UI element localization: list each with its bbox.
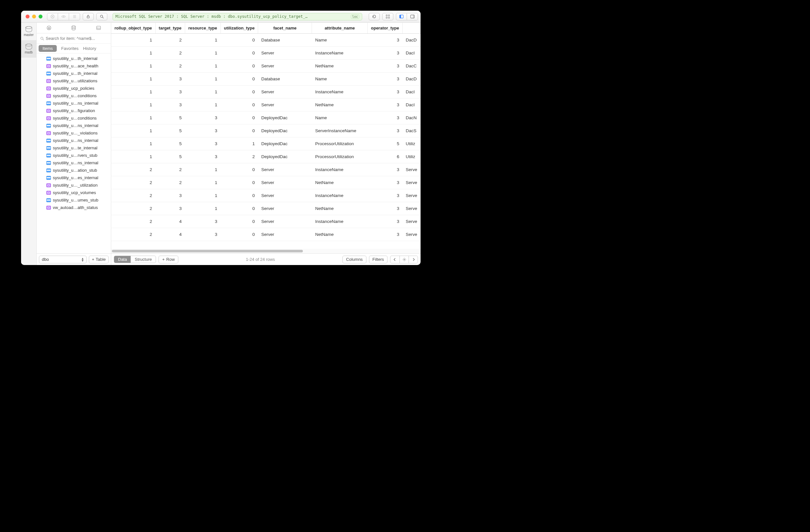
cell-extra[interactable]: Serve bbox=[402, 215, 420, 228]
cell-rollup_object_type[interactable]: 2 bbox=[111, 202, 155, 215]
cell-utilization_type[interactable]: 0 bbox=[221, 215, 258, 228]
filters-button[interactable]: Filters bbox=[369, 256, 388, 263]
stop-button[interactable] bbox=[47, 13, 58, 20]
tree-item[interactable]: sysutility_u…te_internal bbox=[37, 144, 111, 152]
column-header-attribute_name[interactable]: attribute_name bbox=[312, 23, 368, 33]
tree-item[interactable]: sysutility_u…ace_health bbox=[37, 62, 111, 70]
cell-utilization_type[interactable]: 0 bbox=[221, 33, 258, 46]
cell-rollup_object_type[interactable]: 1 bbox=[111, 98, 155, 111]
cell-extra[interactable]: DacI bbox=[402, 98, 420, 111]
cell-extra[interactable]: Serve bbox=[402, 163, 420, 176]
cell-facet_name[interactable]: Database bbox=[258, 33, 312, 46]
tree-item[interactable]: vw_autoad…alth_status bbox=[37, 204, 111, 211]
cell-utilization_type[interactable]: 0 bbox=[221, 202, 258, 215]
cell-resource_type[interactable]: 1 bbox=[185, 59, 221, 72]
cell-resource_type[interactable]: 1 bbox=[185, 33, 221, 46]
cell-operator_type[interactable]: 3 bbox=[368, 124, 403, 137]
reveal-button[interactable] bbox=[58, 13, 69, 20]
sidebar-mode-plugins[interactable] bbox=[37, 23, 61, 33]
cell-operator_type[interactable]: 3 bbox=[368, 59, 403, 72]
cell-operator_type[interactable]: 5 bbox=[368, 137, 403, 150]
cell-target_type[interactable]: 2 bbox=[155, 59, 185, 72]
cell-facet_name[interactable]: Server bbox=[258, 98, 312, 111]
cell-target_type[interactable]: 3 bbox=[155, 98, 185, 111]
cell-attribute_name[interactable]: NetName bbox=[312, 228, 368, 241]
cell-extra[interactable]: DacD bbox=[402, 33, 420, 46]
cell-extra[interactable]: DacS bbox=[402, 124, 420, 137]
list-button[interactable] bbox=[69, 13, 80, 20]
cell-facet_name[interactable]: DeployedDac bbox=[258, 111, 312, 124]
cell-operator_type[interactable]: 3 bbox=[368, 33, 403, 46]
cell-resource_type[interactable]: 3 bbox=[185, 228, 221, 241]
sidebar-mode-sql[interactable]: SQL bbox=[86, 23, 111, 33]
tree-item[interactable]: sysutility_u…th_internal bbox=[37, 55, 111, 62]
close-window-button[interactable] bbox=[26, 15, 30, 18]
cell-utilization_type[interactable]: 0 bbox=[221, 98, 258, 111]
cell-target_type[interactable]: 2 bbox=[155, 176, 185, 189]
cell-rollup_object_type[interactable]: 2 bbox=[111, 176, 155, 189]
schema-select[interactable]: dbo ▴▾ bbox=[39, 256, 86, 263]
column-header-facet_name[interactable]: facet_name bbox=[258, 23, 312, 33]
cell-target_type[interactable]: 3 bbox=[155, 72, 185, 85]
tab-structure[interactable]: Structure bbox=[131, 256, 156, 263]
table-row[interactable]: 1310ServerNetName3DacI bbox=[111, 98, 421, 111]
cell-attribute_name[interactable]: InstanceName bbox=[312, 215, 368, 228]
table-row[interactable]: 2210ServerInstanceName3Serve bbox=[111, 163, 421, 176]
cell-resource_type[interactable]: 1 bbox=[185, 176, 221, 189]
cell-operator_type[interactable]: 3 bbox=[368, 46, 403, 59]
cell-operator_type[interactable]: 3 bbox=[368, 215, 403, 228]
column-header-resource_type[interactable]: resource_type bbox=[185, 23, 221, 33]
cell-rollup_object_type[interactable]: 1 bbox=[111, 137, 155, 150]
table-row[interactable]: 1530DeployedDacName3DacN bbox=[111, 111, 421, 124]
cell-utilization_type[interactable]: 0 bbox=[221, 46, 258, 59]
cell-facet_name[interactable]: Server bbox=[258, 189, 312, 202]
cell-operator_type[interactable]: 3 bbox=[368, 163, 403, 176]
page-settings-button[interactable] bbox=[400, 256, 408, 263]
minimize-window-button[interactable] bbox=[32, 15, 36, 18]
sidebar-search-input[interactable] bbox=[39, 36, 108, 41]
table-row[interactable]: 1310ServerInstanceName3DacI bbox=[111, 85, 421, 98]
cell-facet_name[interactable]: Server bbox=[258, 163, 312, 176]
cell-facet_name[interactable]: DeployedDac bbox=[258, 150, 312, 163]
table-row[interactable]: 2430ServerNetName3Serve bbox=[111, 228, 421, 241]
sidebar-tree[interactable]: sysutility_u…th_internalsysutility_u…ace… bbox=[37, 53, 111, 253]
cell-extra[interactable]: DacI bbox=[402, 46, 420, 59]
cell-operator_type[interactable]: 3 bbox=[368, 228, 403, 241]
cell-extra[interactable]: Serve bbox=[402, 189, 420, 202]
cell-utilization_type[interactable]: 1 bbox=[221, 137, 258, 150]
cell-attribute_name[interactable]: ProcessorUtilization bbox=[312, 150, 368, 163]
cell-target_type[interactable]: 3 bbox=[155, 85, 185, 98]
cell-operator_type[interactable]: 6 bbox=[368, 150, 403, 163]
cell-extra[interactable]: DacD bbox=[402, 72, 420, 85]
cell-attribute_name[interactable]: Name bbox=[312, 33, 368, 46]
lock-button[interactable] bbox=[83, 13, 94, 20]
cell-extra[interactable]: DacI bbox=[402, 85, 420, 98]
cell-resource_type[interactable]: 3 bbox=[185, 124, 221, 137]
tree-item[interactable]: sysutility_u…ation_stub bbox=[37, 167, 111, 174]
cell-facet_name[interactable]: Server bbox=[258, 176, 312, 189]
cell-target_type[interactable]: 5 bbox=[155, 150, 185, 163]
cell-rollup_object_type[interactable]: 1 bbox=[111, 72, 155, 85]
cell-target_type[interactable]: 5 bbox=[155, 137, 185, 150]
cell-operator_type[interactable]: 3 bbox=[368, 98, 403, 111]
cell-extra[interactable]: DacN bbox=[402, 111, 420, 124]
cell-rollup_object_type[interactable]: 1 bbox=[111, 46, 155, 59]
cell-attribute_name[interactable]: InstanceName bbox=[312, 85, 368, 98]
cell-target_type[interactable]: 3 bbox=[155, 202, 185, 215]
cell-resource_type[interactable]: 1 bbox=[185, 163, 221, 176]
tree-item[interactable]: sysutility_u…figuration bbox=[37, 107, 111, 114]
cell-facet_name[interactable]: Server bbox=[258, 228, 312, 241]
horizontal-scrollbar[interactable] bbox=[111, 249, 421, 253]
cell-resource_type[interactable]: 1 bbox=[185, 98, 221, 111]
data-grid-scroll[interactable]: rollup_object_typetarget_typeresource_ty… bbox=[111, 23, 421, 249]
cell-attribute_name[interactable]: NetName bbox=[312, 176, 368, 189]
table-row[interactable]: 2310ServerInstanceName3Serve bbox=[111, 189, 421, 202]
cell-rollup_object_type[interactable]: 1 bbox=[111, 111, 155, 124]
table-row[interactable]: 1532DeployedDacProcessorUtilization6Util… bbox=[111, 150, 421, 163]
cell-target_type[interactable]: 4 bbox=[155, 228, 185, 241]
cell-utilization_type[interactable]: 0 bbox=[221, 228, 258, 241]
cell-extra[interactable]: Utiliz bbox=[402, 150, 420, 163]
cell-target_type[interactable]: 2 bbox=[155, 163, 185, 176]
cell-attribute_name[interactable]: ServerInstanceName bbox=[312, 124, 368, 137]
tab-data[interactable]: Data bbox=[114, 256, 131, 263]
